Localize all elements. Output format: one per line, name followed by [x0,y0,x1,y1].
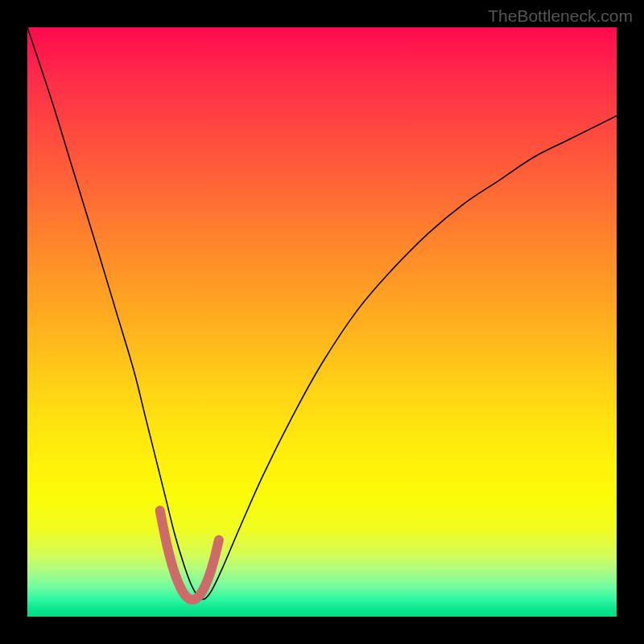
curve-svg [27,27,617,617]
chart-plot-area [27,27,617,617]
highlight-segment-path [160,510,219,600]
bottleneck-curve-path [27,27,617,599]
attribution-text: TheBottleneck.com [488,6,633,26]
